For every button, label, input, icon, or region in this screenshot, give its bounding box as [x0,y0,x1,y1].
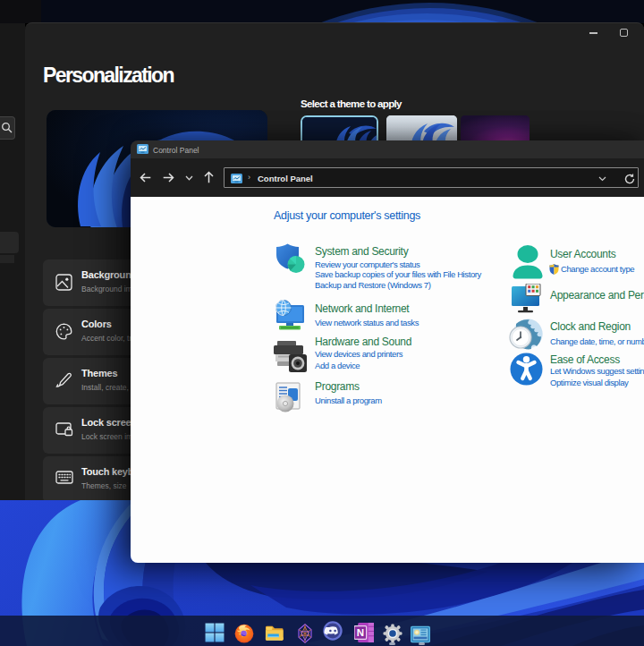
svg-text:N: N [357,627,364,638]
